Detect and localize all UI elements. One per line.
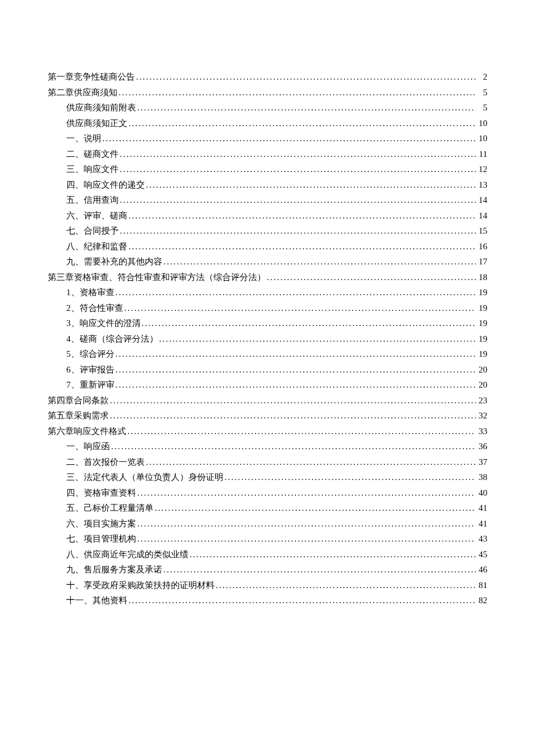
toc-page-number: 10 <box>477 132 487 145</box>
toc-page-number: 17 <box>477 256 487 268</box>
toc-leader-dots <box>129 117 476 130</box>
toc-leader-dots <box>127 425 476 438</box>
toc-entry[interactable]: 四、资格审查资料40 <box>66 487 487 499</box>
toc-title: 一、说明 <box>66 132 101 145</box>
toc-entry[interactable]: 3、响应文件的澄清19 <box>66 317 487 329</box>
toc-leader-dots <box>137 533 476 545</box>
toc-entry[interactable]: 一、响应函36 <box>66 440 487 453</box>
toc-entry[interactable]: 八、纪律和监督16 <box>66 241 487 253</box>
toc-entry[interactable]: 一、说明10 <box>66 132 487 145</box>
toc-entry[interactable]: 二、首次报价一览表37 <box>66 456 487 468</box>
toc-title: 十、享受政府采购政策扶持的证明材料 <box>66 579 215 592</box>
toc-entry[interactable]: 七、合同授予15 <box>66 225 487 237</box>
toc-entry[interactable]: 六、评审、磋商14 <box>66 210 487 222</box>
toc-title: 四、响应文件的递交 <box>66 179 145 191</box>
toc-entry[interactable]: 四、响应文件的递交13 <box>66 179 487 191</box>
toc-entry[interactable]: 五、信用查询14 <box>66 194 487 206</box>
toc-leader-dots <box>116 379 476 391</box>
toc-entry[interactable]: 第一章竞争性磋商公告2 <box>48 71 487 83</box>
toc-page-number: 38 <box>477 471 487 483</box>
toc-entry[interactable]: 4、磋商（综合评分法）19 <box>66 333 487 345</box>
toc-page-number: 13 <box>477 179 487 191</box>
toc-leader-dots <box>120 148 476 160</box>
toc-title: 六、评审、磋商 <box>66 210 127 222</box>
toc-page-number: 43 <box>477 533 487 545</box>
toc-leader-dots <box>129 210 476 222</box>
toc-page-number: 19 <box>477 317 487 329</box>
toc-title: 第五章采购需求 <box>48 410 109 422</box>
toc-entry[interactable]: 六、项目实施方案41 <box>66 518 487 530</box>
toc-title: 第一章竞争性磋商公告 <box>48 71 135 83</box>
toc-leader-dots <box>163 564 476 576</box>
toc-entry[interactable]: 九、售后服务方案及承诺46 <box>66 564 487 576</box>
toc-title: 供应商须知正文 <box>66 117 127 130</box>
toc-entry[interactable]: 2、符合性审查19 <box>66 302 487 314</box>
toc-entry[interactable]: 十、享受政府采购政策扶持的证明材料81 <box>66 579 487 592</box>
toc-title: 二、首次报价一览表 <box>66 456 145 468</box>
toc-leader-dots <box>267 271 476 284</box>
toc-leader-dots <box>159 333 476 345</box>
toc-title: 二、磋商文件 <box>66 148 119 160</box>
toc-title: 八、供应商近年完成的类似业绩 <box>66 549 188 561</box>
toc-title: 六、项目实施方案 <box>66 518 136 530</box>
toc-leader-dots <box>190 549 476 561</box>
toc-entry[interactable]: 第三章资格审查、符合性审查和评审方法（综合评分法）18 <box>48 271 487 284</box>
toc-entry[interactable]: 第六章响应文件格式33 <box>48 425 487 438</box>
toc-entry[interactable]: 三、响应文件12 <box>66 163 487 175</box>
toc-leader-dots <box>120 194 476 206</box>
toc-title: 第三章资格审查、符合性审查和评审方法（综合评分法） <box>48 271 266 284</box>
toc-page-number: 15 <box>477 225 487 237</box>
toc-entry[interactable]: 5、综合评分19 <box>66 348 487 360</box>
toc-leader-dots <box>119 87 476 99</box>
toc-entry[interactable]: 供应商须知前附表5 <box>66 102 487 114</box>
toc-page-number: 37 <box>477 456 487 468</box>
toc-title: 三、响应文件 <box>66 163 119 175</box>
toc-title: 4、磋商（综合评分法） <box>66 333 158 345</box>
toc-leader-dots <box>116 348 476 360</box>
toc-title: 八、纪律和监督 <box>66 241 127 253</box>
toc-title: 3、响应文件的澄清 <box>66 317 141 329</box>
toc-page-number: 36 <box>477 440 487 453</box>
toc-title: 第四章合同条款 <box>48 395 109 407</box>
toc-title: 第六章响应文件格式 <box>48 425 126 438</box>
toc-page-number: 40 <box>477 487 487 499</box>
toc-page-number: 19 <box>477 333 487 345</box>
toc-entry[interactable]: 八、供应商近年完成的类似业绩45 <box>66 549 487 561</box>
toc-page-number: 41 <box>477 502 487 514</box>
toc-title: 五、信用查询 <box>66 194 119 206</box>
table-of-contents: 第一章竞争性磋商公告2第二章供应商须知5供应商须知前附表5供应商须知正文10一、… <box>48 71 487 607</box>
toc-title: 5、综合评分 <box>66 348 115 360</box>
toc-entry[interactable]: 三、法定代表人（单位负责人）身份证明38 <box>66 471 487 483</box>
toc-page-number: 10 <box>477 117 487 130</box>
toc-page-number: 19 <box>477 286 487 299</box>
toc-page-number: 18 <box>477 271 487 284</box>
toc-entry[interactable]: 五、己标价工程量清单41 <box>66 502 487 514</box>
toc-entry[interactable]: 十一、其他资料82 <box>66 594 487 607</box>
toc-page-number: 11 <box>477 148 487 160</box>
toc-leader-dots <box>110 410 476 422</box>
toc-entry[interactable]: 第二章供应商须知5 <box>48 87 487 99</box>
toc-title: 九、售后服务方案及承诺 <box>66 564 162 576</box>
toc-entry[interactable]: 1、资格审查19 <box>66 286 487 299</box>
toc-leader-dots <box>146 456 476 468</box>
toc-title: 一、响应函 <box>66 440 110 453</box>
toc-entry[interactable]: 第五章采购需求32 <box>48 410 487 422</box>
toc-page-number: 23 <box>477 395 487 407</box>
toc-entry[interactable]: 九、需要补充的其他内容17 <box>66 256 487 268</box>
toc-entry[interactable]: 七、项目管理机构43 <box>66 533 487 545</box>
toc-leader-dots <box>124 302 476 314</box>
toc-leader-dots <box>116 286 476 299</box>
toc-leader-dots <box>137 487 476 499</box>
toc-entry[interactable]: 供应商须知正文10 <box>66 117 487 130</box>
toc-page-number: 2 <box>477 71 487 83</box>
toc-leader-dots <box>137 518 476 530</box>
toc-title: 7、重新评审 <box>66 379 115 391</box>
toc-entry[interactable]: 第四章合同条款23 <box>48 395 487 407</box>
toc-page-number: 45 <box>477 549 487 561</box>
toc-title: 供应商须知前附表 <box>66 102 136 114</box>
toc-entry[interactable]: 7、重新评审20 <box>66 379 487 391</box>
toc-entry[interactable]: 6、评审报告20 <box>66 364 487 376</box>
toc-leader-dots <box>136 71 476 83</box>
toc-entry[interactable]: 二、磋商文件11 <box>66 148 487 160</box>
toc-page-number: 20 <box>477 379 487 391</box>
